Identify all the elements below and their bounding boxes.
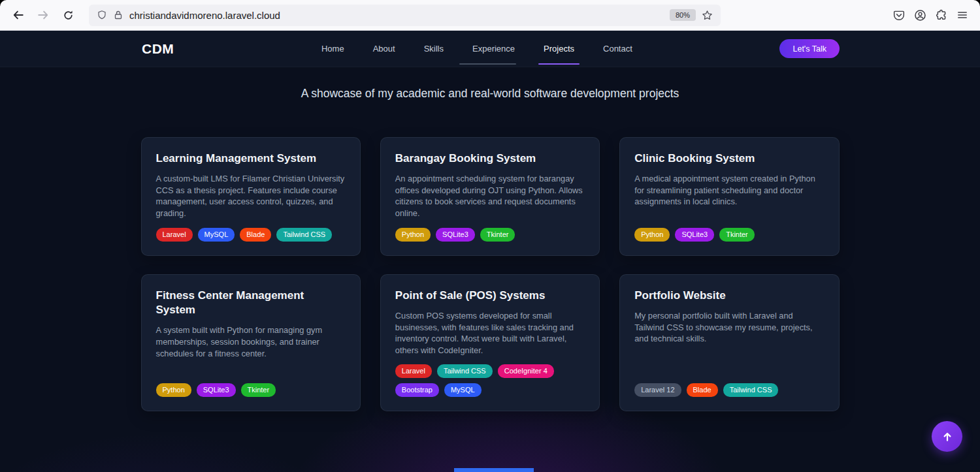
bottom-blue-bar [454, 468, 534, 472]
tech-tag: SQLite3 [197, 383, 236, 397]
project-card: Barangay Booking SystemAn appointment sc… [380, 137, 600, 256]
bookmark-star-icon[interactable] [702, 10, 713, 21]
nav-item-skills[interactable]: Skills [424, 40, 444, 57]
back-button[interactable] [8, 5, 29, 25]
tag-list: PythonSQLite3Tkinter [156, 383, 346, 397]
tech-tag: Tailwind CSS [723, 383, 779, 397]
project-description: A custom-built LMS for Filamer Christian… [156, 173, 346, 219]
project-title: Clinic Booking System [634, 151, 824, 166]
url-text[interactable]: christiandavidmoreno.laravel.cloud [129, 10, 280, 21]
site-logo[interactable]: CDM [142, 41, 174, 57]
tech-tag: Laravel [395, 364, 432, 378]
tag-list: LaravelMySQLBladeTailwind CSS [156, 228, 346, 242]
tech-tag: Python [634, 228, 670, 242]
extensions-icon[interactable] [936, 9, 947, 21]
tech-tag: CodeIgniter 4 [498, 364, 554, 378]
project-card: Point of Sale (POS) SystemsCustom POS sy… [380, 274, 600, 411]
site-navbar: CDM HomeAboutSkillsExperienceProjectsCon… [0, 31, 980, 67]
tech-tag: Python [395, 228, 431, 242]
forward-button[interactable] [33, 5, 54, 25]
tech-tag: Tailwind CSS [437, 364, 493, 378]
tech-tag: MySQL [444, 383, 482, 397]
tag-list: PythonSQLite3Tkinter [634, 228, 824, 242]
pocket-save-icon[interactable] [893, 9, 905, 21]
browser-chrome: christiandavidmoreno.laravel.cloud 80% [0, 0, 980, 31]
nav-item-experience[interactable]: Experience [472, 40, 515, 57]
project-description: An appointment scheduling system for bar… [395, 173, 585, 219]
tag-list: Laravel 12BladeTailwind CSS [634, 383, 824, 397]
project-title: Barangay Booking System [395, 151, 585, 166]
reload-button[interactable] [57, 5, 78, 25]
tech-tag: Tkinter [241, 383, 276, 397]
page-subtitle: A showcase of my academic and real-world… [0, 87, 980, 101]
tech-tag: Python [156, 383, 191, 397]
nav-item-contact[interactable]: Contact [603, 40, 632, 57]
tech-tag: Blade [687, 383, 718, 397]
menu-icon[interactable] [956, 9, 968, 21]
project-description: A medical appointment system created in … [634, 173, 824, 208]
scroll-to-top-button[interactable] [932, 421, 962, 452]
projects-grid: Learning Management SystemA custom-built… [141, 137, 840, 411]
tech-tag: Blade [240, 228, 271, 242]
lock-icon[interactable] [113, 10, 123, 20]
nav-item-home[interactable]: Home [321, 40, 344, 57]
zoom-badge[interactable]: 80% [670, 9, 696, 21]
lets-talk-button[interactable]: Let's Talk [779, 39, 840, 58]
project-description: My personal portfolio built with Laravel… [634, 310, 824, 345]
toolbar-right-icons [893, 9, 972, 22]
project-card: Portfolio WebsiteMy personal portfolio b… [619, 274, 839, 411]
tag-list: LaravelTailwind CSSCodeIgniter 4Bootstra… [395, 364, 585, 397]
nav-links: HomeAboutSkillsExperienceProjectsContact [321, 40, 632, 57]
tech-tag: Tkinter [719, 228, 755, 242]
account-icon[interactable] [914, 9, 926, 22]
tech-tag: MySQL [198, 228, 235, 242]
tech-tag: Laravel 12 [634, 383, 681, 397]
project-title: Fitness Center Management System [156, 289, 346, 317]
project-title: Point of Sale (POS) Systems [395, 289, 585, 303]
project-title: Portfolio Website [634, 289, 824, 303]
tech-tag: Bootstrap [395, 383, 439, 397]
page-body: CDM HomeAboutSkillsExperienceProjectsCon… [0, 31, 980, 472]
tech-tag: Tkinter [480, 228, 515, 242]
project-description: Custom POS systems developed for small b… [395, 310, 585, 356]
tag-list: PythonSQLite3Tkinter [395, 228, 585, 242]
shield-icon[interactable] [97, 10, 107, 20]
address-bar[interactable]: christiandavidmoreno.laravel.cloud 80% [89, 5, 721, 26]
tech-tag: SQLite3 [436, 228, 475, 242]
browser-toolbar: christiandavidmoreno.laravel.cloud 80% [0, 0, 980, 31]
nav-item-projects[interactable]: Projects [544, 40, 574, 57]
tech-tag: Tailwind CSS [276, 228, 332, 242]
arrow-up-icon [941, 430, 954, 443]
project-card: Fitness Center Management SystemA system… [141, 274, 361, 411]
tech-tag: Laravel [156, 228, 193, 242]
tech-tag: SQLite3 [675, 228, 714, 242]
project-title: Learning Management System [156, 151, 346, 166]
nav-item-about[interactable]: About [373, 40, 395, 57]
project-card: Clinic Booking SystemA medical appointme… [619, 137, 839, 256]
project-description: A system built with Python for managing … [156, 324, 346, 359]
project-card: Learning Management SystemA custom-built… [141, 137, 361, 256]
